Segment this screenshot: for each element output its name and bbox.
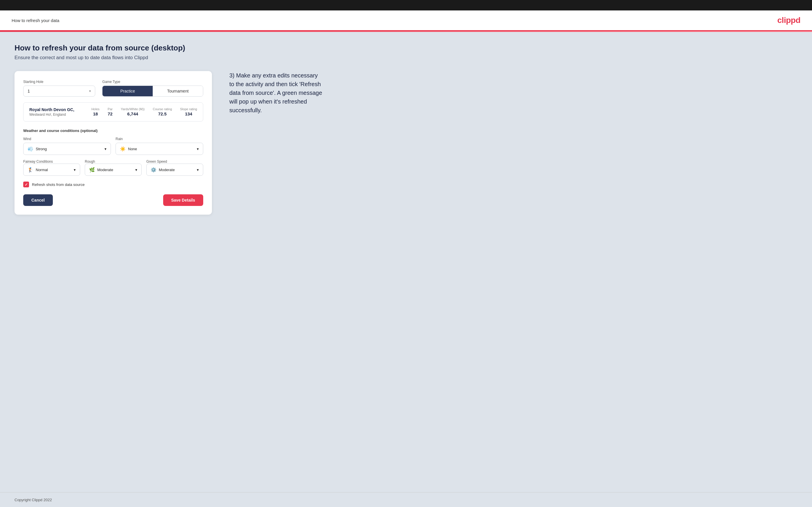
course-rating-value: 72.5 [158, 111, 167, 116]
fairway-inner: 🏌️ Normal [28, 167, 48, 173]
wind-select[interactable]: 💨 Strong ▾ [23, 143, 111, 155]
save-button[interactable]: Save Details [163, 194, 204, 206]
rough-group: Rough 🌿 Moderate ▾ [85, 160, 142, 176]
side-text: 3) Make any extra edits necessary to the… [230, 71, 322, 115]
slope-rating-value: 134 [185, 111, 192, 116]
chevron-down-icon: ▾ [197, 168, 199, 172]
practice-button[interactable]: Practice [102, 86, 153, 96]
rain-label: Rain [115, 137, 203, 141]
breadcrumb: How to refresh your data [12, 18, 59, 23]
green-speed-icon: ⚙️ [151, 167, 156, 173]
chevron-down-icon: ▾ [89, 89, 91, 93]
fairway-label: Fairway Conditions [23, 160, 80, 164]
weather-section-heading: Weather and course conditions (optional) [23, 128, 203, 133]
rough-icon: 🌿 [89, 167, 95, 173]
rough-select[interactable]: 🌿 Moderate ▾ [85, 164, 142, 176]
top-bar [0, 0, 812, 10]
refresh-checkbox-label: Refresh shots from data source [32, 182, 85, 187]
yards-value: 6,744 [127, 111, 138, 116]
chevron-down-icon: ▾ [135, 168, 137, 172]
rain-select[interactable]: ☀️ None ▾ [115, 143, 203, 155]
course-stats: Holes 18 Par 72 Yards/White (M)) 6,744 C… [92, 107, 197, 117]
rough-inner: 🌿 Moderate [89, 167, 113, 173]
chevron-down-icon: ▾ [197, 147, 199, 151]
course-details: Royal North Devon GC, Westward Ho!, Engl… [29, 107, 74, 117]
rain-icon: ☀️ [120, 146, 126, 152]
footer: Copyright Clippd 2022 [0, 492, 812, 507]
top-form-row: Starting Hole 1 ▾ Game Type Practice Tou… [23, 80, 203, 97]
wind-rain-row: Wind 💨 Strong ▾ Rain ☀️ None [23, 137, 203, 155]
wind-label: Wind [23, 137, 111, 141]
wind-group: Wind 💨 Strong ▾ [23, 137, 111, 155]
game-type-group: Game Type Practice Tournament [102, 80, 203, 97]
starting-hole-label: Starting Hole [23, 80, 95, 84]
rough-value: Moderate [97, 168, 113, 172]
starting-hole-value: 1 [28, 89, 30, 94]
conditions-row: Fairway Conditions 🏌️ Normal ▾ Rough 🌿 [23, 160, 203, 176]
par-label: Par [108, 107, 113, 111]
header: How to refresh your data clippd [0, 10, 812, 31]
par-value: 72 [108, 111, 113, 116]
green-speed-inner: ⚙️ Moderate [151, 167, 175, 173]
green-speed-label: Green Speed [146, 160, 203, 164]
yards-stat: Yards/White (M)) 6,744 [121, 107, 145, 117]
rain-group: Rain ☀️ None ▾ [115, 137, 203, 155]
green-speed-select[interactable]: ⚙️ Moderate ▾ [146, 164, 203, 176]
content-area: Starting Hole 1 ▾ Game Type Practice Tou… [14, 71, 798, 215]
logo: clippd [777, 16, 800, 25]
starting-hole-select[interactable]: 1 ▾ [23, 86, 95, 97]
game-type-buttons: Practice Tournament [102, 86, 203, 97]
main-content: How to refresh your data from source (de… [0, 32, 812, 492]
green-speed-group: Green Speed ⚙️ Moderate ▾ [146, 160, 203, 176]
holes-label: Holes [92, 107, 100, 111]
chevron-down-icon: ▾ [104, 147, 107, 151]
course-info-box: Royal North Devon GC, Westward Ho!, Engl… [23, 102, 203, 121]
yards-label: Yards/White (M)) [121, 107, 145, 111]
rain-value: None [128, 147, 137, 151]
rough-label: Rough [85, 160, 142, 164]
page-subtitle: Ensure the correct and most up to date d… [14, 55, 798, 61]
chevron-down-icon: ▾ [74, 168, 76, 172]
refresh-checkbox-row: Refresh shots from data source [23, 181, 203, 187]
course-rating-stat: Course rating 72.5 [153, 107, 172, 117]
green-speed-value: Moderate [159, 168, 175, 172]
cancel-button[interactable]: Cancel [23, 194, 53, 206]
wind-select-inner: 💨 Strong [28, 146, 47, 152]
fairway-select[interactable]: 🏌️ Normal ▾ [23, 164, 80, 176]
fairway-value: Normal [36, 168, 48, 172]
wind-value: Strong [36, 147, 47, 151]
game-type-label: Game Type [102, 80, 203, 84]
rain-select-inner: ☀️ None [120, 146, 137, 152]
par-stat: Par 72 [108, 107, 113, 117]
course-rating-label: Course rating [153, 107, 172, 111]
slope-rating-stat: Slope rating 134 [180, 107, 197, 117]
course-location: Westward Ho!, England [29, 113, 74, 117]
button-row: Cancel Save Details [23, 194, 203, 206]
starting-hole-group: Starting Hole 1 ▾ [23, 80, 95, 97]
holes-stat: Holes 18 [92, 107, 100, 117]
wind-icon: 💨 [28, 146, 33, 152]
page-title: How to refresh your data from source (de… [14, 44, 798, 53]
holes-value: 18 [93, 111, 98, 116]
side-text-content: 3) Make any extra edits necessary to the… [230, 71, 322, 115]
footer-copyright: Copyright Clippd 2022 [14, 498, 52, 502]
slope-rating-label: Slope rating [180, 107, 197, 111]
tournament-button[interactable]: Tournament [153, 86, 203, 96]
fairway-group: Fairway Conditions 🏌️ Normal ▾ [23, 160, 80, 176]
form-card: Starting Hole 1 ▾ Game Type Practice Tou… [14, 71, 212, 215]
refresh-checkbox[interactable] [23, 181, 29, 187]
course-name: Royal North Devon GC, [29, 107, 74, 112]
fairway-icon: 🏌️ [28, 167, 33, 173]
